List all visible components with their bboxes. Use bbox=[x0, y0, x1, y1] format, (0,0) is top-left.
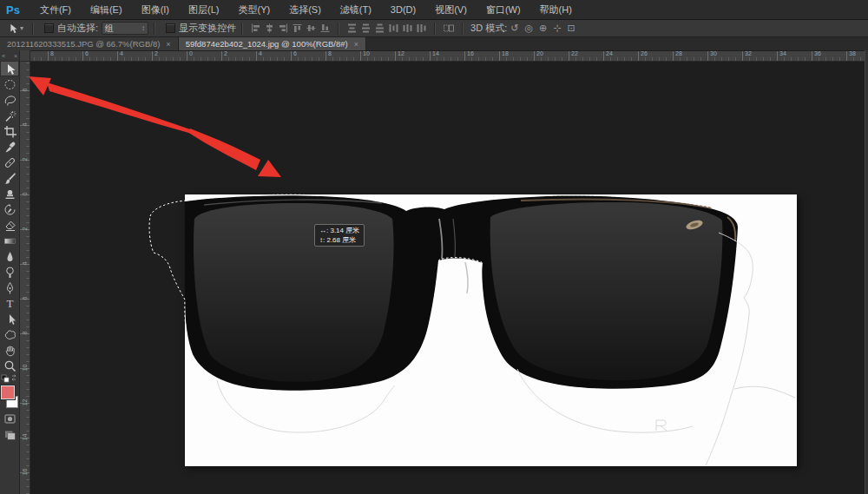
menu-layer[interactable]: 图层(L) bbox=[179, 0, 228, 19]
menu-view[interactable]: 视图(V) bbox=[425, 0, 477, 19]
ruler-left-label: 4 bbox=[22, 120, 28, 130]
document-tab-1[interactable]: 201211620333515.JPG @ 66.7%(RGB/8) × bbox=[0, 37, 179, 50]
path-selection-tool[interactable] bbox=[0, 311, 19, 326]
distribute-top-edges-icon[interactable] bbox=[346, 23, 358, 34]
ruler-top-label: 6 bbox=[293, 50, 297, 56]
canvas-pasteboard[interactable] bbox=[30, 61, 868, 494]
document-canvas[interactable] bbox=[185, 194, 797, 466]
show-transform-checkbox[interactable] bbox=[166, 23, 175, 33]
document-tab-2[interactable]: 59fd874e2b402_1024.jpg @ 100%(RGB/8#) × bbox=[179, 37, 366, 50]
ruler-top-label: 8 bbox=[50, 50, 54, 56]
ruler-top-label: 24 bbox=[606, 50, 613, 56]
separator bbox=[241, 23, 243, 35]
ruler-top-label: 28 bbox=[675, 50, 682, 56]
ruler-top-label: 22 bbox=[571, 50, 578, 56]
foreground-color-swatch[interactable] bbox=[1, 385, 15, 399]
3d-rotate-icon[interactable]: ↺ bbox=[510, 23, 518, 34]
gradient-icon bbox=[3, 234, 16, 247]
distribute-vertical-centers-icon[interactable] bbox=[360, 23, 372, 34]
clone-stamp-tool[interactable] bbox=[0, 186, 19, 201]
color-swatches bbox=[0, 385, 19, 411]
align-vertical-centers-icon[interactable] bbox=[306, 23, 317, 34]
current-tool-button[interactable]: ▾ bbox=[0, 23, 27, 34]
type-tool[interactable]: T bbox=[0, 295, 19, 311]
panel-collapse-icon[interactable]: « bbox=[2, 53, 5, 59]
auto-align-layers-icon[interactable] bbox=[443, 23, 455, 34]
menu-3d[interactable]: 3D(D) bbox=[381, 0, 425, 19]
ruler-horizontal[interactable]: 864202468101214161820222426283032343638 bbox=[30, 50, 868, 62]
quick-mask-icon bbox=[3, 412, 16, 425]
crop-tool[interactable] bbox=[0, 123, 19, 139]
history-brush-tool[interactable] bbox=[0, 201, 19, 217]
quick-mask-button[interactable] bbox=[0, 411, 19, 426]
auto-select-checkbox[interactable] bbox=[44, 23, 54, 33]
3d-roll-icon[interactable]: ◎ bbox=[524, 23, 533, 34]
3d-scale-icon[interactable]: ⊡ bbox=[568, 23, 575, 34]
align-bottom-edges-icon[interactable] bbox=[319, 23, 331, 34]
ruler-left-label: 6 bbox=[22, 85, 28, 96]
menu-file[interactable]: 文件(F) bbox=[30, 0, 81, 19]
3d-drag-icon[interactable]: ⊕ bbox=[539, 23, 547, 34]
ruler-top-label: 20 bbox=[536, 50, 543, 56]
menu-edit[interactable]: 编辑(E) bbox=[81, 0, 132, 19]
ruler-top-label: 16 bbox=[467, 50, 474, 56]
align-right-edges-icon[interactable] bbox=[278, 23, 289, 34]
distribute-right-edges-icon[interactable] bbox=[416, 23, 427, 34]
screen-mode-button[interactable] bbox=[0, 426, 19, 442]
dodge-tool[interactable] bbox=[0, 264, 19, 280]
move-tool[interactable] bbox=[0, 61, 19, 76]
menu-image[interactable]: 图像(I) bbox=[132, 0, 179, 19]
panel-close-icon[interactable]: × bbox=[14, 53, 17, 59]
menu-help[interactable]: 帮助(H) bbox=[530, 0, 582, 19]
photoshop-logo: Ps bbox=[0, 3, 30, 16]
ruler-origin-corner[interactable] bbox=[19, 50, 30, 62]
menu-window[interactable]: 窗口(W) bbox=[477, 0, 530, 19]
ruler-top-label: 0 bbox=[189, 50, 193, 56]
measurement-width: ↔: 3.14 厘米 bbox=[319, 226, 359, 235]
eraser-icon bbox=[3, 219, 16, 232]
pen-tool[interactable] bbox=[0, 280, 19, 295]
ruler-top-label: 2 bbox=[224, 50, 227, 56]
menu-type[interactable]: 类型(Y) bbox=[228, 0, 279, 19]
default-and-swap-colors[interactable] bbox=[0, 373, 19, 385]
history-brush-icon bbox=[3, 203, 16, 216]
brush-tool[interactable] bbox=[0, 170, 19, 186]
align-horizontal-centers-icon[interactable] bbox=[264, 23, 275, 34]
lasso-tool[interactable] bbox=[0, 92, 19, 108]
document-tab-2-close-icon[interactable]: × bbox=[354, 40, 358, 49]
screen-mode-icon bbox=[3, 428, 16, 441]
blur-drop-icon bbox=[3, 250, 16, 263]
default-colors-icon bbox=[1, 373, 18, 385]
menu-bar: Ps 文件(F) 编辑(E) 图像(I) 图层(L) 类型(Y) 选择(S) 滤… bbox=[0, 0, 868, 20]
distribute-left-edges-icon[interactable] bbox=[388, 23, 399, 34]
magic-wand-tool[interactable] bbox=[0, 108, 19, 123]
custom-shape-tool[interactable] bbox=[0, 326, 19, 342]
ruler-top-label: 2 bbox=[155, 50, 158, 56]
ruler-vertical[interactable]: 6420246810121416 bbox=[19, 61, 30, 494]
distribute-bottom-edges-icon[interactable] bbox=[374, 23, 385, 34]
align-left-edges-icon[interactable] bbox=[250, 23, 261, 34]
align-top-edges-icon[interactable] bbox=[292, 23, 303, 34]
menu-select[interactable]: 选择(S) bbox=[279, 0, 331, 19]
3d-slide-icon[interactable]: ⊹ bbox=[553, 23, 561, 34]
spot-healing-brush-tool[interactable] bbox=[0, 155, 19, 170]
spot-healing-brush-icon bbox=[3, 156, 16, 169]
zoom-tool[interactable] bbox=[0, 358, 19, 373]
eraser-tool[interactable] bbox=[0, 217, 19, 233]
document-tab-1-close-icon[interactable]: × bbox=[166, 40, 170, 49]
measurement-tooltip: ↔: 3.14 厘米 ↕: 2.68 厘米 bbox=[314, 224, 365, 247]
elliptical-marquee-tool[interactable] bbox=[0, 76, 19, 92]
hand-tool[interactable] bbox=[0, 342, 19, 358]
gradient-tool[interactable] bbox=[0, 233, 19, 248]
tools-panel-header[interactable]: « × bbox=[0, 50, 19, 61]
separator bbox=[338, 23, 339, 35]
ruler-left-label: 16 bbox=[22, 467, 28, 478]
distribute-horizontal-centers-icon[interactable] bbox=[402, 23, 413, 34]
ruler-top-label: 4 bbox=[120, 50, 123, 56]
eyedropper-tool[interactable] bbox=[0, 139, 19, 155]
menu-filter[interactable]: 滤镜(T) bbox=[331, 0, 381, 19]
ruler-top-label: 6 bbox=[85, 50, 89, 56]
elliptical-marquee-icon bbox=[3, 78, 16, 91]
blur-tool[interactable] bbox=[0, 248, 19, 264]
auto-select-dropdown[interactable]: 组 ↕ bbox=[102, 22, 148, 35]
